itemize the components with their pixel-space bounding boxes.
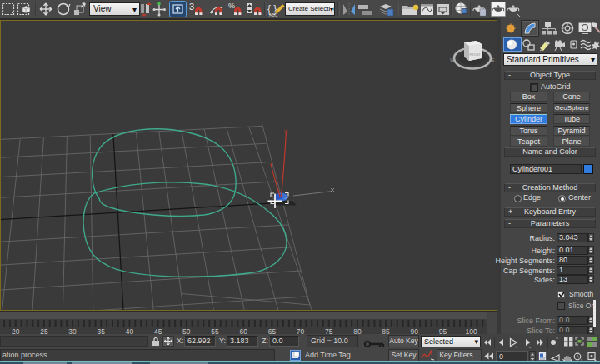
svg-text:0: 0	[499, 352, 503, 361]
